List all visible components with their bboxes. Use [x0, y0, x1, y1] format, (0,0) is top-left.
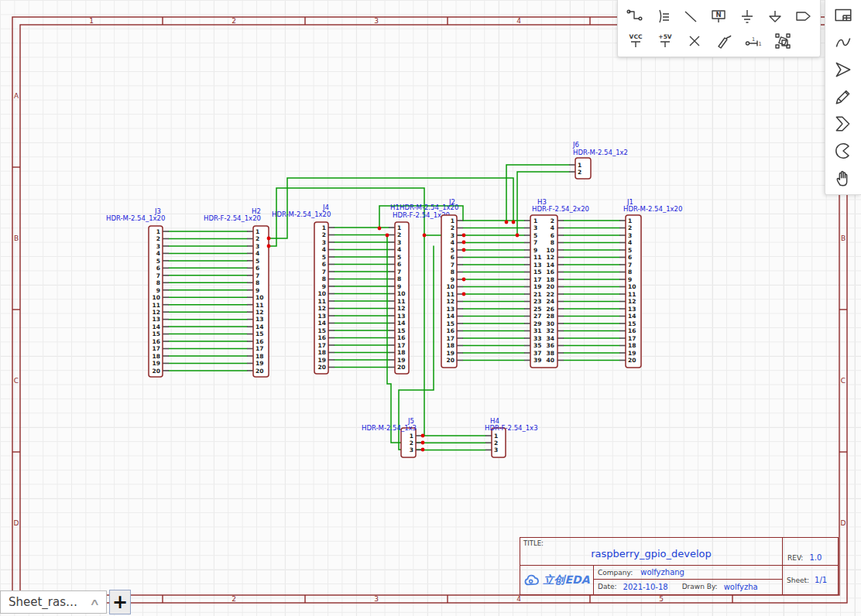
svg-text:7: 7: [156, 272, 160, 279]
wire[interactable]: [506, 165, 569, 222]
bezier-tool-button[interactable]: [831, 30, 856, 55]
date-value[interactable]: 2021-10-18: [623, 583, 668, 591]
bus-tool-button[interactable]: [653, 6, 672, 26]
svg-text:20: 20: [256, 368, 263, 375]
svg-text:35: 35: [533, 342, 541, 349]
svg-text:3: 3: [156, 243, 160, 250]
component-value-label[interactable]: HDR-M-2.54_1x2: [573, 149, 628, 156]
line-tool-button[interactable]: [681, 6, 700, 26]
schematic-svg[interactable]: 1122334455AABBCCDD1234567891011121314151…: [0, 0, 861, 616]
svg-text:26: 26: [547, 306, 554, 313]
svg-text:C: C: [14, 377, 19, 385]
hand-tool-button[interactable]: [831, 166, 856, 190]
svg-text:9: 9: [533, 247, 537, 254]
net-port-tool-button[interactable]: [794, 6, 812, 26]
svg-text:C: C: [841, 377, 846, 385]
component-H1[interactable]: 1234567891011121314151617181920H1HDR-F-2…: [389, 204, 450, 374]
component-value-label[interactable]: HDR-M-2.54_1x20: [400, 204, 458, 211]
junction-dot: [421, 441, 425, 445]
component-J5[interactable]: 123J5HDR-M-2.54_1x3: [362, 417, 422, 457]
component-value-label[interactable]: HDR-M-2.54_1x20: [106, 214, 165, 222]
ground-signal-tool-button[interactable]: [766, 6, 784, 26]
pin-numbers: 123: [410, 433, 413, 453]
component-ref-label[interactable]: H1: [390, 204, 400, 211]
component-value-label[interactable]: HDR-F-2.54_1x20: [204, 214, 261, 222]
svg-text:7: 7: [397, 269, 401, 275]
component-H2[interactable]: 1234567891011121314151617181920H2HDR-F-2…: [204, 207, 269, 377]
cloud-logo-icon: [523, 573, 540, 587]
svg-text:16: 16: [547, 269, 554, 275]
svg-text:16: 16: [153, 338, 160, 345]
company-value[interactable]: wolfyzhang: [640, 568, 684, 577]
pencil-tool-button[interactable]: [831, 84, 856, 109]
arrow-tool-button[interactable]: [831, 57, 856, 82]
sheet-frame: [12, 17, 847, 603]
sheet-title[interactable]: raspberry_gpio_develop: [520, 548, 782, 560]
drawn-by-value[interactable]: wolfyzha: [724, 583, 758, 591]
wire-tool-button[interactable]: [626, 6, 644, 26]
svg-text:18: 18: [153, 353, 160, 360]
pin-tool-button[interactable]: 11: [743, 31, 763, 51]
svg-text:20: 20: [318, 364, 326, 371]
component-H3[interactable]: 1234567891011121314151617181920212223242…: [524, 198, 589, 368]
component-body[interactable]: [401, 428, 416, 457]
collapse-caret-icon[interactable]: ∧: [90, 597, 101, 607]
svg-text:2: 2: [397, 231, 401, 238]
probe-tool-button[interactable]: [714, 31, 734, 51]
svg-text:11: 11: [533, 254, 541, 261]
component-J1[interactable]: 1234567891011121314151617181920J1HDR-M-2…: [619, 198, 682, 368]
component-value-label[interactable]: HDR-M-2.54_1x20: [623, 205, 682, 213]
svg-text:4: 4: [628, 239, 632, 246]
svg-text:2: 2: [232, 17, 236, 25]
svg-text:4: 4: [322, 246, 326, 253]
svg-text:9: 9: [628, 276, 632, 283]
svg-text:13: 13: [447, 306, 455, 313]
svg-text:19: 19: [153, 360, 160, 367]
component-ref-label[interactable]: J6: [572, 141, 579, 149]
component-value-label[interactable]: HDR-M-2.54_1x20: [272, 210, 331, 218]
junction-dot: [423, 234, 427, 238]
drawing-frame-tool-button[interactable]: [831, 3, 856, 28]
component-value-label[interactable]: HDR-F-2.54_1x3: [485, 424, 538, 432]
svg-text:37: 37: [533, 350, 541, 357]
add-sheet-button[interactable]: +: [109, 590, 131, 614]
svg-text:17: 17: [397, 342, 405, 349]
svg-text:19: 19: [533, 283, 541, 290]
svg-text:6: 6: [451, 254, 455, 261]
svg-text:16: 16: [447, 327, 455, 334]
vcc-tool-button[interactable]: VCC: [626, 31, 646, 51]
flag-tool-button[interactable]: [831, 111, 856, 136]
svg-text:3: 3: [494, 447, 498, 453]
svg-text:8: 8: [628, 269, 632, 275]
junction-dot: [267, 237, 271, 241]
pin-numbers: 12: [578, 162, 581, 176]
component-J6[interactable]: 12J6HDR-M-2.54_1x2: [569, 141, 628, 179]
arc-tool-button[interactable]: [831, 139, 856, 163]
no-connect-tool-button[interactable]: [684, 31, 705, 51]
svg-text:3: 3: [256, 243, 259, 250]
rev-value[interactable]: 1.0: [809, 553, 822, 562]
schematic-canvas[interactable]: 1122334455AABBCCDD1234567891011121314151…: [0, 0, 861, 616]
arrow-icon: [833, 60, 853, 80]
sheet-value[interactable]: 1/1: [815, 576, 827, 584]
component-H4[interactable]: 123H4HDR-F-2.54_1x3: [485, 417, 538, 457]
svg-text:8: 8: [156, 279, 160, 286]
svg-text:3: 3: [397, 239, 401, 246]
svg-text:21: 21: [533, 291, 541, 298]
svg-text:27: 27: [533, 313, 541, 320]
svg-text:7: 7: [256, 272, 259, 279]
sheet-tab[interactable]: Sheet_ras… ∧: [0, 590, 107, 614]
drawing-frame-icon: [833, 5, 853, 26]
component-J4[interactable]: 1234567891011121314151617181920J4HDR-M-2…: [272, 204, 334, 374]
component-J3[interactable]: 1234567891011121314151617181920J3HDR-M-2…: [106, 207, 169, 377]
symbol-group-tool-button[interactable]: [773, 31, 793, 51]
svg-text:14: 14: [318, 320, 326, 327]
svg-text:15: 15: [256, 330, 263, 337]
component-value-label[interactable]: HDR-M-2.54_1x3: [362, 424, 417, 432]
svg-text:22: 22: [547, 291, 554, 298]
net-label-tool-button[interactable]: N: [709, 6, 728, 26]
svg-text:12: 12: [447, 298, 455, 305]
component-value-label[interactable]: HDR-F-2.54_2x20: [532, 205, 589, 213]
plus5v-tool-button[interactable]: +5V: [655, 31, 675, 51]
ground-tool-button[interactable]: [738, 6, 756, 26]
